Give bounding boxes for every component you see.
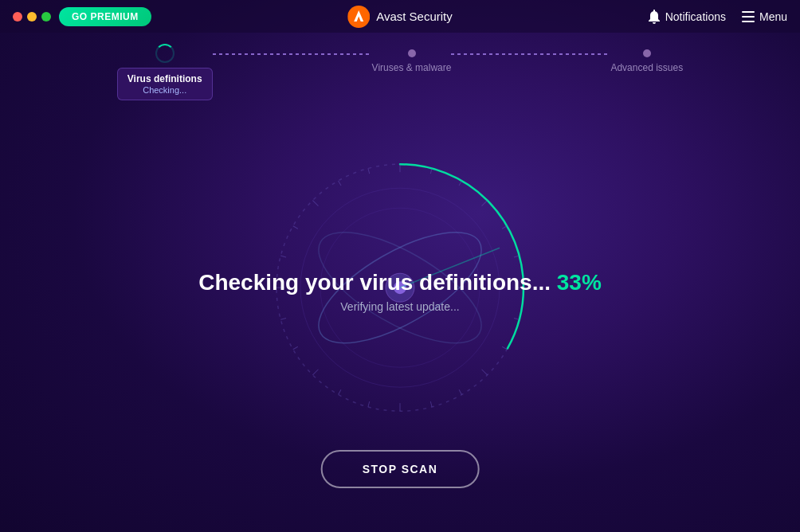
svg-line-15 (459, 181, 462, 186)
step-3-dot (643, 49, 651, 57)
svg-line-17 (502, 226, 507, 229)
scan-title: Checking your virus definitions... 33% (198, 270, 602, 295)
close-button[interactable] (13, 12, 22, 22)
svg-line-27 (339, 389, 342, 394)
maximize-button[interactable] (41, 12, 51, 22)
svg-line-33 (293, 226, 298, 229)
hamburger-icon (742, 11, 755, 22)
menu-label: Menu (759, 10, 787, 23)
avast-logo-icon (347, 6, 370, 28)
go-premium-button[interactable]: GO PREMIUM (59, 7, 151, 26)
titlebar-left: GO PREMIUM (13, 7, 151, 26)
steps-bar: Virus definitions Checking... Viruses & … (0, 44, 800, 100)
step-line-1 (213, 53, 372, 55)
titlebar-center: Avast Security (347, 6, 453, 28)
step-3-label: Advanced issues (610, 62, 683, 73)
titlebar: GO PREMIUM Avast Security Notifications … (0, 0, 800, 33)
svg-point-0 (347, 6, 370, 28)
svg-rect-2 (742, 16, 755, 18)
svg-line-26 (368, 401, 370, 407)
step-2-label: Viruses & malware (372, 62, 452, 73)
notifications-label: Notifications (665, 10, 726, 23)
menu-button[interactable]: Menu (742, 10, 787, 23)
minimize-button[interactable] (27, 12, 37, 22)
scan-percent: 33% (557, 270, 602, 295)
svg-line-28 (312, 370, 318, 375)
svg-rect-1 (742, 11, 755, 13)
step-2-name: Viruses & malware (372, 62, 452, 73)
svg-rect-3 (742, 21, 755, 22)
svg-line-32 (280, 256, 286, 257)
svg-line-20 (514, 319, 520, 320)
traffic-lights (13, 12, 51, 22)
svg-line-21 (502, 346, 507, 350)
app-title: Avast Security (376, 10, 453, 23)
bell-icon (648, 10, 661, 24)
step-line-2 (451, 53, 610, 55)
step-1-name: Virus definitions (127, 73, 202, 84)
svg-line-29 (293, 346, 298, 350)
svg-line-36 (368, 168, 370, 174)
svg-line-24 (430, 401, 432, 407)
svg-line-22 (482, 370, 488, 375)
svg-line-16 (482, 201, 488, 206)
stop-scan-button[interactable]: STOP SCAN (321, 450, 480, 488)
scan-text-container: Checking your virus definitions... 33% V… (198, 270, 602, 313)
svg-line-23 (459, 389, 462, 394)
step-1-spinner (155, 44, 175, 63)
scan-title-prefix: Checking your virus definitions... (198, 270, 557, 295)
step-2-dot (408, 49, 416, 57)
step-virus-definitions: Virus definitions Checking... (117, 44, 213, 100)
step-viruses-malware: Viruses & malware (372, 44, 452, 73)
step-1-label-box: Virus definitions Checking... (117, 68, 213, 100)
svg-line-30 (280, 319, 286, 320)
step-3-name: Advanced issues (610, 62, 683, 73)
step-advanced-issues: Advanced issues (610, 44, 683, 73)
titlebar-right: Notifications Menu (648, 10, 787, 24)
svg-line-35 (339, 181, 342, 186)
svg-line-34 (312, 201, 318, 206)
notifications-button[interactable]: Notifications (648, 10, 726, 24)
step-1-status: Checking... (127, 85, 202, 95)
scan-subtitle: Verifying latest update... (198, 300, 602, 313)
